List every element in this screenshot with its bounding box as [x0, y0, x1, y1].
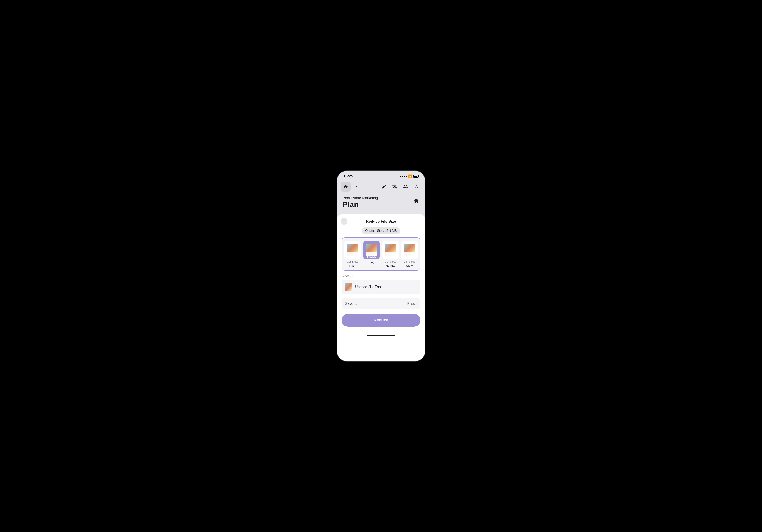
bottom-sheet: × Reduce File Size Original Size: 15.9 M…: [337, 214, 425, 361]
save-to-right: Files ›: [407, 302, 417, 306]
home-toolbar-icon[interactable]: [341, 182, 350, 191]
reduce-button[interactable]: Reduce: [342, 314, 420, 327]
status-bar: 15:25 📶: [337, 171, 425, 180]
dropdown-chevron-icon[interactable]: [351, 182, 361, 191]
compress-options-wrapper: Compress Flash 14.1 MB Fast: [342, 237, 420, 270]
save-as-thumbnail: [345, 283, 352, 291]
header-text: Real Estate Marketing Plan: [343, 196, 378, 209]
home-indicator: [342, 330, 420, 338]
compress-option-fast[interactable]: 14.1 MB Fast: [363, 241, 380, 267]
compress-card-slow: [401, 241, 418, 260]
compress-card-fast: 14.1 MB: [363, 241, 380, 260]
doc-thumbnail-slow: [404, 244, 415, 256]
home-bar: [367, 335, 395, 336]
phone-frame: 15:25 📶: [337, 171, 425, 361]
save-to-destination: Files: [407, 302, 415, 306]
battery-icon: [413, 175, 419, 178]
compress-label-slow: Compress: [404, 261, 415, 263]
compress-label-normal: Compress: [385, 261, 396, 263]
close-button[interactable]: ×: [341, 218, 347, 225]
original-size-badge: Original Size: 15.9 MB: [362, 227, 400, 234]
header-title: Plan: [343, 200, 378, 209]
doc-img-flash: [347, 244, 358, 256]
doc-thumbnail-flash: [347, 244, 358, 256]
doc-img-normal: [385, 244, 396, 256]
compress-name-slow: Slow: [406, 264, 413, 267]
save-as-filename: Untitled (1)_Fast: [355, 285, 382, 289]
compress-name-flash: Flash: [349, 264, 356, 267]
sheet-title: Reduce File Size: [342, 219, 420, 224]
header-home-icon[interactable]: [413, 198, 419, 206]
save-as-row[interactable]: Untitled (1)_Fast: [342, 279, 420, 294]
save-to-row[interactable]: Save to Files ›: [342, 298, 420, 309]
doc-thumbnail-fast: [366, 244, 377, 256]
doc-img-slow: [404, 244, 415, 256]
save-to-label: Save to: [345, 302, 357, 306]
chevron-right-icon: ›: [416, 302, 417, 305]
wifi-icon: 📶: [408, 175, 412, 178]
compress-card-flash: [344, 241, 361, 260]
save-as-section-label: Save As: [342, 274, 420, 278]
header: Real Estate Marketing Plan: [337, 194, 425, 213]
status-icons: 📶: [400, 175, 419, 178]
compress-name-normal: Normal: [386, 264, 395, 267]
compress-option-normal[interactable]: Compress Normal: [382, 241, 399, 267]
status-time: 15:25: [343, 174, 353, 179]
compress-option-flash[interactable]: Compress Flash: [344, 241, 361, 267]
search-doc-icon[interactable]: [412, 182, 421, 191]
translate-icon[interactable]: [390, 182, 400, 191]
compress-option-slow[interactable]: Compress Slow: [401, 241, 418, 267]
doc-thumbnail-normal: [385, 244, 396, 256]
contacts-icon[interactable]: [401, 182, 411, 191]
signal-dots-icon: [400, 176, 407, 177]
doc-img-fast: [366, 244, 377, 256]
fast-size-label: 14.1 MB: [367, 256, 376, 258]
compress-name-fast: Fast: [369, 261, 374, 265]
compress-card-normal: [382, 241, 399, 260]
compress-options: Compress Flash 14.1 MB Fast: [344, 241, 418, 267]
header-subtitle: Real Estate Marketing: [343, 196, 378, 200]
compress-label-flash: Compress: [347, 261, 358, 263]
edit-pen-icon[interactable]: [379, 182, 389, 191]
toolbar: [337, 180, 425, 194]
